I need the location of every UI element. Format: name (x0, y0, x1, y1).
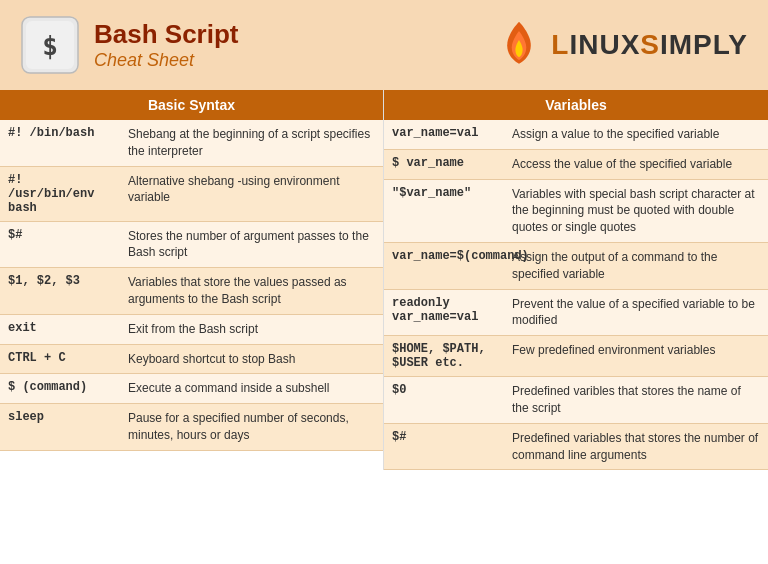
code-cell: $ (command) (0, 374, 120, 403)
table-row: "$var_name" Variables with special bash … (384, 180, 768, 243)
desc-cell: Prevent the value of a specified variabl… (504, 290, 768, 336)
bash-logo-icon: $ (20, 15, 80, 75)
desc-cell: Assign the output of a command to the sp… (504, 243, 768, 289)
table-row: $# Predefined variables that stores the … (384, 424, 768, 471)
code-cell: sleep (0, 404, 120, 450)
code-cell: $0 (384, 377, 504, 423)
table-row: #! /bin/bash Shebang at the beginning of… (0, 120, 383, 167)
code-cell: $HOME, $PATH, $USER etc. (384, 336, 504, 376)
code-cell: $# (0, 222, 120, 268)
variables-column: Variables var_name=val Assign a value to… (384, 90, 768, 470)
header-title: Bash Script Cheat Sheet (94, 19, 239, 71)
header-left: $ Bash Script Cheat Sheet (20, 15, 239, 75)
table-row: CTRL + C Keyboard shortcut to stop Bash (0, 345, 383, 375)
code-cell: exit (0, 315, 120, 344)
desc-cell: Execute a command inside a subshell (120, 374, 383, 403)
desc-cell: Assign a value to the specified variable (504, 120, 768, 149)
desc-cell: Access the value of the specified variab… (504, 150, 768, 179)
main-title: Bash Script (94, 19, 239, 50)
desc-cell: Few predefined environment variables (504, 336, 768, 376)
table-row: $ var_name Access the value of the speci… (384, 150, 768, 180)
table-row: var_name=val Assign a value to the speci… (384, 120, 768, 150)
sub-title: Cheat Sheet (94, 50, 239, 71)
svg-text:$: $ (42, 31, 58, 61)
table-row: $# Stores the number of argument passes … (0, 222, 383, 269)
table-row: $ (command) Execute a command inside a s… (0, 374, 383, 404)
desc-cell: Variables with special bash script chara… (504, 180, 768, 242)
code-cell: $# (384, 424, 504, 470)
code-cell: CTRL + C (0, 345, 120, 374)
desc-cell: Keyboard shortcut to stop Bash (120, 345, 383, 374)
desc-cell: Exit from the Bash script (120, 315, 383, 344)
code-cell: "$var_name" (384, 180, 504, 242)
basic-syntax-header: Basic Syntax (0, 90, 383, 120)
variables-header: Variables (384, 90, 768, 120)
code-cell: readonly var_name=val (384, 290, 504, 336)
code-cell: #! /bin/bash (0, 120, 120, 166)
main-content: Basic Syntax #! /bin/bash Shebang at the… (0, 90, 768, 470)
table-row: var_name=$(command) Assign the output of… (384, 243, 768, 290)
table-row: #! /usr/bin/env bash Alternative shebang… (0, 167, 383, 222)
desc-cell: Stores the number of argument passes to … (120, 222, 383, 268)
desc-cell: Shebang at the beginning of a script spe… (120, 120, 383, 166)
desc-cell: Variables that store the values passed a… (120, 268, 383, 314)
brand-flame-icon (497, 20, 541, 70)
code-cell: var_name=val (384, 120, 504, 149)
desc-cell: Predefined varibles that stores the name… (504, 377, 768, 423)
desc-cell: Alternative shebang -using environment v… (120, 167, 383, 221)
basic-syntax-column: Basic Syntax #! /bin/bash Shebang at the… (0, 90, 384, 470)
table-row: $HOME, $PATH, $USER etc. Few predefined … (384, 336, 768, 377)
table-row: readonly var_name=val Prevent the value … (384, 290, 768, 337)
table-row: $1, $2, $3 Variables that store the valu… (0, 268, 383, 315)
basic-syntax-rows: #! /bin/bash Shebang at the beginning of… (0, 120, 383, 451)
desc-cell: Pause for a specified number of seconds,… (120, 404, 383, 450)
code-cell: $1, $2, $3 (0, 268, 120, 314)
code-cell: #! /usr/bin/env bash (0, 167, 120, 221)
code-cell: var_name=$(command) (384, 243, 504, 289)
desc-cell: Predefined variables that stores the num… (504, 424, 768, 470)
header: $ Bash Script Cheat Sheet LinuxSimply (0, 0, 768, 90)
table-row: $0 Predefined varibles that stores the n… (384, 377, 768, 424)
brand-right: LinuxSimply (497, 20, 748, 70)
table-row: sleep Pause for a specified number of se… (0, 404, 383, 451)
code-cell: $ var_name (384, 150, 504, 179)
variables-rows: var_name=val Assign a value to the speci… (384, 120, 768, 470)
brand-name: LinuxSimply (551, 29, 748, 61)
table-row: exit Exit from the Bash script (0, 315, 383, 345)
